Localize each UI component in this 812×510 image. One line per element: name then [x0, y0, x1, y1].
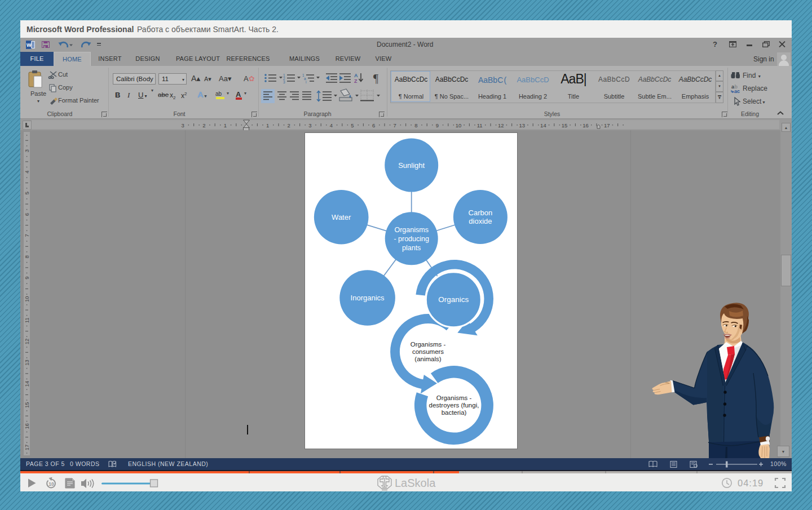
svg-text:6: 6	[24, 213, 30, 216]
svg-text:¶: ¶	[373, 72, 378, 85]
svg-text:13: 13	[24, 360, 30, 366]
svg-text:Sunlight: Sunlight	[398, 161, 425, 170]
svg-text:2: 2	[202, 122, 205, 128]
svg-text:17: 17	[24, 445, 30, 451]
svg-text:destroyers (fungi,: destroyers (fungi,	[429, 402, 479, 409]
svg-text:16: 16	[24, 423, 30, 429]
svg-text:4: 4	[24, 170, 30, 173]
svg-text:plants: plants	[402, 244, 421, 252]
svg-text:11: 11	[477, 122, 483, 128]
svg-text:Organisms -: Organisms -	[411, 341, 446, 348]
svg-text:bacteria): bacteria)	[442, 409, 467, 416]
svg-text:6: 6	[372, 122, 375, 128]
svg-text:Z: Z	[354, 78, 358, 84]
svg-text:7: 7	[394, 122, 396, 128]
svg-text:Organisms -: Organisms -	[436, 394, 472, 401]
svg-text:12: 12	[498, 122, 504, 128]
svg-text:14: 14	[24, 381, 30, 387]
svg-text:2: 2	[288, 122, 290, 128]
svg-text:15: 15	[24, 402, 30, 408]
svg-text:3: 3	[308, 122, 311, 128]
svg-text:LaSkola: LaSkola	[395, 477, 436, 489]
svg-text:Organics: Organics	[438, 295, 469, 304]
svg-text:17: 17	[604, 122, 610, 128]
svg-text:12: 12	[24, 339, 30, 345]
svg-text:(animals): (animals)	[414, 356, 441, 362]
svg-text:8: 8	[414, 122, 417, 128]
svg-text:11: 11	[24, 317, 30, 323]
svg-text:Inorganics: Inorganics	[351, 294, 385, 302]
svg-text:5: 5	[24, 192, 30, 194]
svg-text:Organisms: Organisms	[394, 226, 428, 234]
svg-text:- producing: - producing	[394, 235, 429, 243]
svg-text:04:19: 04:19	[738, 478, 764, 488]
svg-text:13: 13	[519, 122, 526, 128]
svg-text:A: A	[354, 73, 358, 78]
svg-text:3: 3	[182, 122, 184, 128]
svg-text:14: 14	[540, 122, 546, 128]
svg-text:16: 16	[582, 122, 589, 128]
svg-text:7: 7	[24, 234, 30, 237]
svg-text:1: 1	[224, 122, 227, 128]
svg-text:8: 8	[24, 255, 30, 258]
svg-text:consumers: consumers	[412, 348, 444, 355]
svg-text:Water: Water	[332, 213, 351, 221]
svg-text:i: i	[306, 80, 306, 84]
svg-text:10: 10	[48, 481, 54, 487]
svg-text:Carbon: Carbon	[469, 209, 493, 217]
svg-text:3: 3	[24, 149, 30, 152]
svg-text:4: 4	[330, 122, 333, 128]
svg-text:10: 10	[24, 296, 30, 302]
svg-text:dioxide: dioxide	[469, 217, 492, 225]
svg-text:10: 10	[456, 122, 462, 128]
svg-text:1: 1	[266, 122, 269, 128]
svg-text:ac: ac	[734, 88, 740, 94]
svg-text:3: 3	[283, 80, 285, 84]
svg-text:W: W	[27, 42, 32, 48]
svg-text:9: 9	[24, 276, 30, 279]
svg-text:9: 9	[436, 122, 439, 128]
svg-text:5: 5	[351, 122, 354, 128]
svg-text:15: 15	[562, 122, 568, 128]
